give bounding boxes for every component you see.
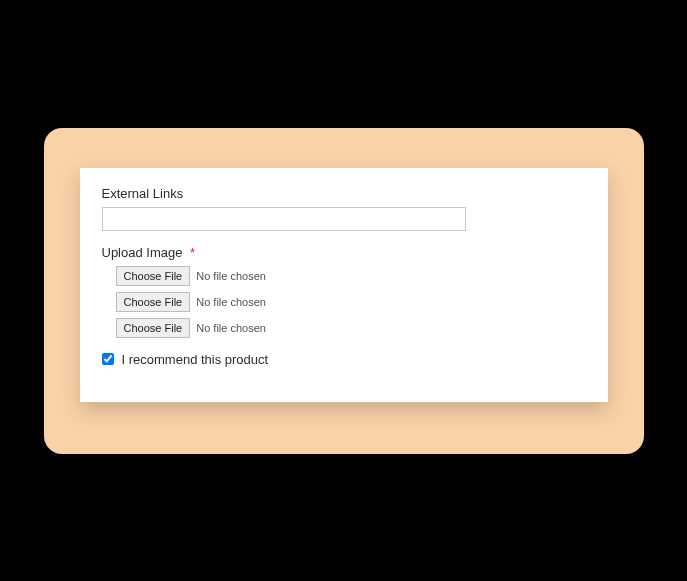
form-panel: External Links Upload Image * Choose Fil… (80, 168, 608, 402)
recommend-row: I recommend this product (102, 352, 586, 367)
recommend-checkbox[interactable] (102, 353, 114, 365)
upload-image-label: Upload Image * (102, 245, 586, 260)
file-status-text: No file chosen (196, 270, 266, 282)
external-links-group: External Links (102, 186, 586, 231)
file-input-row: Choose File No file chosen (116, 318, 586, 338)
recommend-label: I recommend this product (122, 352, 269, 367)
file-status-text: No file chosen (196, 296, 266, 308)
external-links-input[interactable] (102, 207, 466, 231)
file-status-text: No file chosen (196, 322, 266, 334)
file-input-row: Choose File No file chosen (116, 292, 586, 312)
choose-file-button[interactable]: Choose File (116, 266, 191, 286)
choose-file-button[interactable]: Choose File (116, 318, 191, 338)
required-star-icon: * (190, 245, 195, 260)
file-input-row: Choose File No file chosen (116, 266, 586, 286)
upload-image-label-text: Upload Image (102, 245, 183, 260)
upload-image-group: Upload Image * Choose File No file chose… (102, 245, 586, 338)
choose-file-button[interactable]: Choose File (116, 292, 191, 312)
external-links-label: External Links (102, 186, 586, 201)
card-backdrop: External Links Upload Image * Choose Fil… (44, 128, 644, 454)
